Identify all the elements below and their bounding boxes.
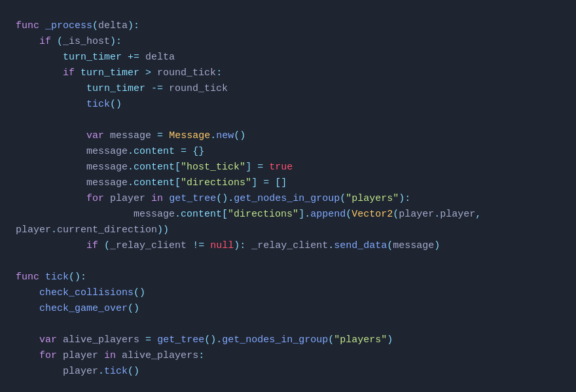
code-editor: func _process(delta): if (_is_host): tur…	[0, 0, 576, 392]
code-line-12: for player in get_tree().get_nodes_in_gr…	[16, 191, 560, 207]
code-line-23: player.tick()	[16, 364, 560, 380]
code-line-19: check_game_over()	[16, 301, 560, 317]
code-line-17: func tick():	[16, 270, 560, 285]
code-line-16	[16, 254, 560, 270]
code-line-4: if turn_timer > round_tick:	[16, 65, 560, 81]
code-line-1: func _process(delta):	[16, 18, 560, 34]
code-line-21: var alive_players = get_tree().get_nodes…	[16, 332, 560, 348]
code-line-7	[16, 113, 560, 128]
code-line-9: message.content = {}	[16, 144, 560, 160]
code-line-15: if (_relay_client != null): _relay_clien…	[16, 238, 560, 254]
code-line-6: tick()	[16, 97, 560, 113]
code-line-2: if (_is_host):	[16, 34, 560, 50]
code-line-18: check_collisions()	[16, 285, 560, 301]
code-line-13: message.content["directions"].append(Vec…	[16, 207, 560, 223]
code-line-11: message.content["directions"] = []	[16, 175, 560, 191]
code-line-5: turn_timer -= round_tick	[16, 81, 560, 97]
code-line-20	[16, 317, 560, 332]
code-line-8: var message = Message.new()	[16, 128, 560, 144]
code-line-3: turn_timer += delta	[16, 50, 560, 65]
code-line-14: player.current_direction))	[16, 223, 560, 238]
code-line-22: for player in alive_players:	[16, 348, 560, 364]
code-line-10: message.content["host_tick"] = true	[16, 160, 560, 175]
